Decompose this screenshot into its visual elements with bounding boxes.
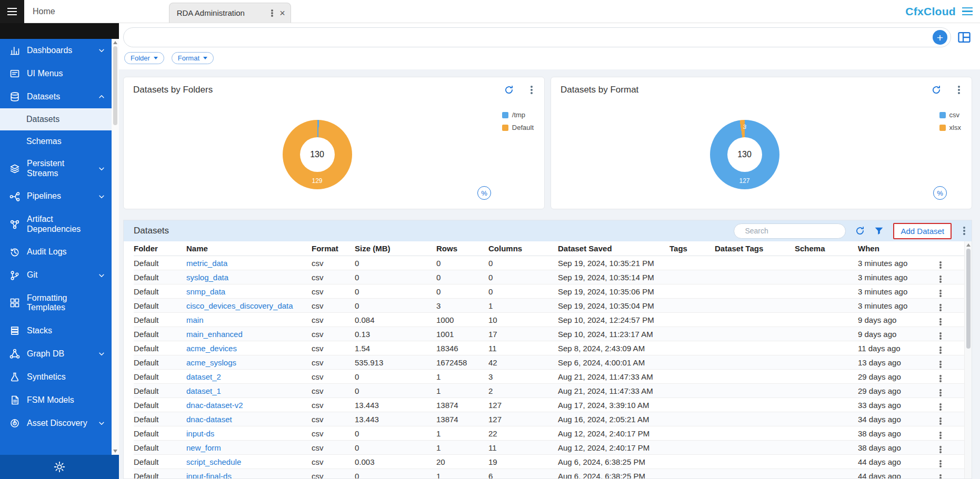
dataset-name-link[interactable]: new_form <box>186 443 221 452</box>
table-row[interactable]: Default acme_devices csv 1.54 18346 11 S… <box>134 341 964 355</box>
dataset-name-link[interactable]: script_schedule <box>186 457 241 466</box>
dataset-name-link[interactable]: syslog_data <box>186 273 228 282</box>
chip-folder[interactable]: Folder <box>124 52 164 64</box>
row-actions-icon[interactable] <box>939 278 942 280</box>
row-actions-icon[interactable] <box>939 378 942 380</box>
card-menu-icon[interactable] <box>531 89 533 91</box>
tab-close-icon[interactable] <box>279 8 285 18</box>
dataset-name-link[interactable]: dnac-dataset-v2 <box>186 401 243 410</box>
refresh-icon[interactable] <box>504 85 514 95</box>
hamburger-menu-button[interactable] <box>0 0 24 23</box>
legend-item[interactable]: xlsx <box>939 124 961 131</box>
table-row[interactable]: Default script_schedule csv 0.003 20 19 … <box>134 455 964 469</box>
table-row[interactable]: Default metric_data csv 0 0 0 Sep 19, 20… <box>134 256 964 270</box>
board-layout-icon[interactable] <box>957 30 972 44</box>
table-row[interactable]: Default dnac-dataset csv 13.443 13874 12… <box>134 412 964 426</box>
row-actions-icon[interactable] <box>939 463 942 465</box>
tab-menu-icon[interactable] <box>271 12 273 14</box>
row-actions-icon[interactable] <box>939 434 942 436</box>
sidebar-item-datasets[interactable]: Datasets <box>0 85 112 108</box>
table-row[interactable]: Default snmp_data csv 0 0 0 Sep 19, 2024… <box>134 284 964 299</box>
table-row[interactable]: Default syslog_data csv 0 0 0 Sep 19, 20… <box>134 270 964 284</box>
table-row[interactable]: Default input-final-ds csv 0 1 6 Aug 6, … <box>134 469 964 479</box>
table-row[interactable]: Default cisco_devices_discovery_data csv… <box>134 299 964 313</box>
legend-item[interactable]: /tmp <box>502 111 534 119</box>
row-actions-icon[interactable] <box>939 406 942 408</box>
scroll-down-arrow-icon[interactable] <box>113 450 117 453</box>
table-row[interactable]: Default main_enhanced csv 0.13 1001 17 S… <box>134 327 964 341</box>
table-row[interactable]: Default acme_syslogs csv 535.913 1672458… <box>134 355 964 370</box>
percent-toggle-icon[interactable]: % <box>477 186 491 200</box>
row-actions-icon[interactable] <box>939 321 942 323</box>
sidebar-item-dashboards[interactable]: Dashboards <box>0 39 112 62</box>
sidebar-item-graph-db[interactable]: Graph DB <box>0 342 112 365</box>
table-vertical-scrollbar[interactable] <box>964 241 972 478</box>
dataset-name-link[interactable]: dataset_1 <box>186 386 221 395</box>
row-actions-icon[interactable] <box>939 307 942 309</box>
sidebar-item-formatting-templates[interactable]: Formatting Templates <box>0 287 112 320</box>
table-row[interactable]: Default dataset_2 csv 0 1 3 Aug 21, 2024… <box>134 370 964 384</box>
donut-chart-format[interactable]: 130 3 127 <box>710 120 779 189</box>
row-actions-icon[interactable] <box>939 477 942 479</box>
home-link[interactable]: Home <box>24 0 64 23</box>
settings-gear-icon[interactable] <box>53 461 66 473</box>
refresh-icon[interactable] <box>855 226 865 236</box>
dataset-name-link[interactable]: acme_syslogs <box>186 358 236 367</box>
filter-icon[interactable] <box>874 226 884 236</box>
tab-rda-administration[interactable]: RDA Administration <box>169 3 291 23</box>
sidebar-item-fsm-models[interactable]: FSM Models <box>0 389 112 412</box>
sidebar-item-persistent-streams[interactable]: Persistent Streams <box>0 152 112 185</box>
table-row[interactable]: Default input-ds csv 0 1 22 Aug 12, 2024… <box>134 426 964 441</box>
dataset-name-link[interactable]: metric_data <box>186 259 227 268</box>
sidebar-item-stacks[interactable]: Stacks <box>0 319 112 342</box>
dataset-name-link[interactable]: acme_devices <box>186 344 237 353</box>
add-plus-button[interactable] <box>933 30 947 45</box>
panel-menu-icon[interactable] <box>963 230 965 232</box>
dataset-name-link[interactable]: dataset_2 <box>186 372 221 381</box>
dataset-name-link[interactable]: main <box>186 315 204 324</box>
sidebar-item-pipelines[interactable]: Pipelines <box>0 185 112 208</box>
card-menu-icon[interactable] <box>958 89 960 91</box>
scrollbar-thumb[interactable] <box>113 46 117 125</box>
table-row[interactable]: Default new_form csv 0 1 11 Aug 12, 2024… <box>134 441 964 455</box>
dataset-name-link[interactable]: input-final-ds <box>186 472 232 479</box>
sidebar-item-asset-discovery[interactable]: Asset Discovery <box>0 412 112 435</box>
scrollbar-thumb[interactable] <box>966 249 971 349</box>
sidebar-scrollbar[interactable] <box>112 39 119 455</box>
row-actions-icon[interactable] <box>939 335 942 337</box>
dataset-name-link[interactable]: cisco_devices_discovery_data <box>186 301 293 310</box>
sidebar-item-git[interactable]: Git <box>0 264 112 287</box>
dataset-name-link[interactable]: dnac-dataset <box>186 415 232 424</box>
sidebar-subitem-schemas[interactable]: Schemas <box>0 130 112 152</box>
sidebar-subitem-datasets[interactable]: Datasets <box>0 108 112 130</box>
dataset-name-link[interactable]: main_enhanced <box>186 330 243 339</box>
table-row[interactable]: Default main csv 0.084 1000 10 Sep 10, 2… <box>134 313 964 327</box>
donut-chart-folders[interactable]: 130 129 <box>283 120 352 189</box>
row-actions-icon[interactable] <box>939 292 942 294</box>
row-actions-icon[interactable] <box>939 264 942 266</box>
table-row[interactable]: Default dataset_1 csv 0 1 2 Aug 21, 2024… <box>134 384 964 398</box>
dataset-name-link[interactable]: input-ds <box>186 429 214 438</box>
dataset-name-link[interactable]: snmp_data <box>186 287 225 296</box>
row-actions-icon[interactable] <box>939 349 942 351</box>
legend-item[interactable]: Default <box>502 124 534 131</box>
scroll-up-arrow-icon[interactable] <box>113 41 117 44</box>
row-actions-icon[interactable] <box>939 363 942 365</box>
percent-toggle-icon[interactable]: % <box>933 186 947 200</box>
scroll-up-arrow-icon[interactable] <box>966 243 971 247</box>
row-actions-icon[interactable] <box>939 420 942 422</box>
refresh-icon[interactable] <box>932 85 941 95</box>
legend-item[interactable]: csv <box>939 111 961 119</box>
table-row[interactable]: Default dnac-dataset-v2 csv 13.443 13874… <box>134 398 964 412</box>
row-actions-icon[interactable] <box>939 392 942 394</box>
sidebar-item-audit-logs[interactable]: Audit Logs <box>0 241 112 264</box>
brand-menu-icon[interactable] <box>962 6 973 17</box>
row-actions-icon[interactable] <box>939 449 942 451</box>
sidebar-item-artifact-dependencies[interactable]: Artifact Dependencies <box>0 208 112 241</box>
add-dataset-button[interactable]: Add Dataset <box>894 224 951 238</box>
global-search-input[interactable] <box>133 33 933 42</box>
table-search-input[interactable] <box>745 227 840 235</box>
chip-format[interactable]: Format <box>172 52 214 64</box>
sidebar-item-synthetics[interactable]: Synthetics <box>0 365 112 389</box>
sidebar-item-ui-menus[interactable]: UI Menus <box>0 62 112 85</box>
